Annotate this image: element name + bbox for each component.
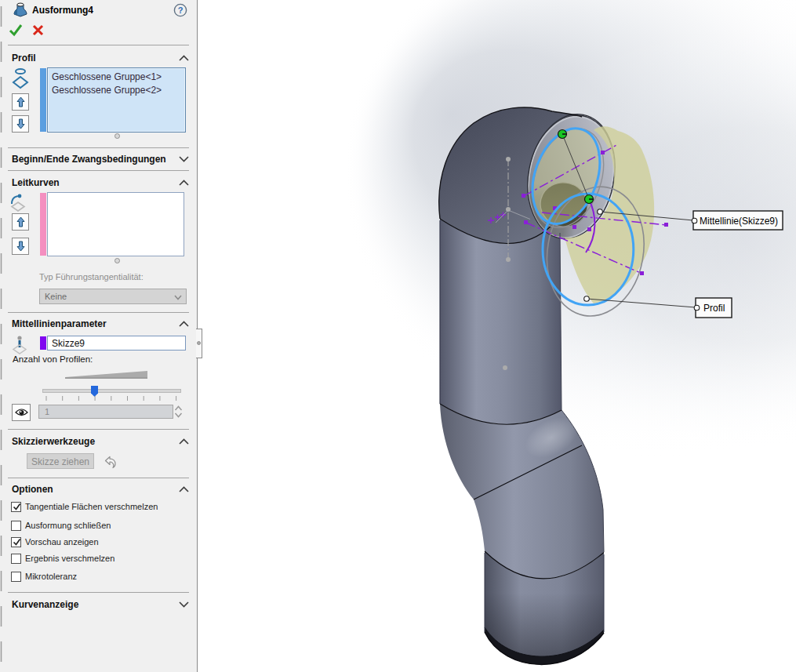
svg-text:Profil: Profil (703, 303, 725, 314)
svg-text:Mittellinie(Skizze9): Mittellinie(Skizze9) (700, 216, 778, 227)
svg-text:?: ? (178, 5, 184, 15)
